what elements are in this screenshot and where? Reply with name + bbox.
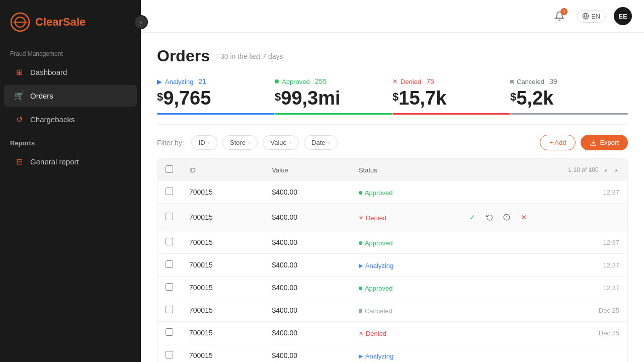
sidebar-item-dashboard[interactable]: ⊞ Dashboard	[4, 61, 137, 83]
sidebar-collapse-button[interactable]: ‹	[134, 15, 148, 29]
row-value: $400.00	[264, 254, 351, 277]
row-id: 700015	[181, 322, 264, 344]
row-checkbox-cell	[157, 181, 181, 204]
row-time: 12:37	[457, 254, 627, 277]
filter-date-button[interactable]: Date ›	[304, 135, 338, 150]
stat-analyzing: ▶ Analyzing 21 $9,765	[157, 77, 275, 114]
approved-value: $99,3mi	[275, 88, 382, 108]
dashboard-icon: ⊞	[14, 67, 24, 77]
denied-count: 75	[426, 77, 434, 85]
row-status: ✕ Denied	[351, 204, 457, 231]
language-label: EN	[591, 13, 600, 20]
denied-status-cross: ✕	[359, 215, 363, 221]
orders-icon: 🛒	[14, 91, 24, 101]
page-subtitle: 30 in the last 7 days	[216, 51, 283, 61]
row-checkbox[interactable]	[166, 188, 173, 195]
filter-value-chevron: ›	[290, 140, 291, 145]
filter-store-chevron: ›	[249, 140, 250, 145]
add-button[interactable]: + Add	[540, 135, 576, 150]
denied-value: $15,7k	[392, 88, 500, 108]
row-value: $400.00	[264, 277, 351, 299]
export-button[interactable]: Export	[581, 135, 628, 150]
row-id: 700015	[181, 204, 264, 231]
sidebar-item-orders[interactable]: 🛒 Orders	[4, 85, 137, 107]
main-content: 1 EN EE Orders 30 in the last 7 days	[141, 0, 644, 362]
row-checkbox-cell	[157, 231, 181, 254]
row-checkbox-cell	[157, 299, 181, 322]
close-action-button[interactable]: ✕	[517, 210, 531, 224]
row-checkbox[interactable]	[166, 213, 173, 220]
sidebar-item-chargebacks[interactable]: ↺ Chargebacks	[4, 109, 137, 130]
stats-row: ▶ Analyzing 21 $9,765 Approved 255 $99,3…	[157, 77, 628, 125]
retry-icon	[486, 214, 493, 221]
filter-date-chevron: ›	[329, 140, 330, 145]
user-avatar[interactable]: EE	[614, 7, 632, 25]
row-id: 700015	[181, 181, 264, 204]
status-badge-canceled: Canceled	[359, 307, 392, 315]
approved-label: Approved	[282, 78, 310, 85]
info-action-button[interactable]	[500, 210, 514, 224]
row-checkbox[interactable]	[166, 351, 173, 358]
canceled-square-icon	[510, 80, 514, 83]
row-actions-cell: ✓	[457, 204, 627, 231]
retry-action-button[interactable]	[482, 210, 497, 224]
filter-id-label: ID	[199, 139, 205, 146]
status-badge-approved: Approved	[359, 189, 393, 197]
column-value-header: Value	[264, 159, 351, 181]
notification-button[interactable]: 1	[550, 7, 569, 25]
notification-badge: 1	[560, 8, 568, 15]
row-id: 700015	[181, 299, 264, 322]
denied-label: Denied	[400, 78, 421, 85]
pagination-next-button[interactable]: ›	[613, 165, 619, 175]
row-checkbox[interactable]	[166, 238, 173, 245]
row-time: 12:37	[457, 181, 627, 204]
approved-status-dot	[359, 287, 362, 290]
sidebar-item-general-report[interactable]: ⊟ General report	[4, 151, 137, 172]
filter-id-button[interactable]: ID ›	[191, 135, 217, 150]
denied-status-cross: ✕	[359, 330, 363, 337]
analyzing-status-arrow: ▶	[359, 353, 363, 359]
row-value: $400.00	[264, 322, 351, 344]
filter-store-button[interactable]: Store ›	[222, 135, 258, 150]
page-title: Orders	[157, 47, 210, 65]
table-header-row: ID Value Status 1-10 of 100 ‹ ›	[157, 159, 627, 181]
stat-canceled: Canceled 39 $5,2k	[510, 77, 628, 114]
select-all-header	[157, 159, 181, 181]
analyzing-arrow-icon: ▶	[157, 78, 162, 85]
language-selector[interactable]: EN	[577, 10, 606, 23]
pagination-text: 1-10 of 100	[568, 166, 599, 173]
row-checkbox[interactable]	[166, 306, 173, 313]
denied-cross-icon: ✕	[392, 78, 397, 85]
row-checkbox-cell	[157, 277, 181, 299]
sidebar-item-chargebacks-label: Chargebacks	[30, 115, 74, 124]
canceled-status-square	[359, 309, 362, 313]
analyzing-count: 21	[198, 77, 206, 85]
status-badge-approved: Approved	[359, 239, 393, 247]
approved-bar	[275, 113, 392, 115]
filter-value-button[interactable]: Value ›	[263, 135, 299, 150]
add-button-label: + Add	[549, 139, 567, 146]
logo-area: ClearSale	[0, 0, 141, 42]
row-time: 12:37	[457, 277, 627, 299]
select-all-checkbox[interactable]	[166, 165, 173, 173]
analyzing-bar	[157, 113, 275, 115]
pagination-prev-button[interactable]: ‹	[603, 165, 609, 175]
row-checkbox[interactable]	[166, 283, 173, 291]
table-row: 700015 $400.00 ✕ Denied Dec 25	[157, 322, 627, 344]
canceled-label: Canceled	[517, 78, 544, 85]
row-checkbox[interactable]	[166, 328, 173, 336]
filter-value-label: Value	[270, 139, 286, 146]
sidebar: ClearSale ‹ Fraud Management ⊞ Dashboard…	[0, 0, 141, 362]
approve-action-button[interactable]: ✓	[465, 210, 479, 224]
row-action-buttons: ✓	[465, 210, 619, 224]
row-value: $400.00	[264, 231, 351, 254]
row-checkbox[interactable]	[166, 260, 173, 268]
fraud-management-label: Fraud Management	[0, 42, 141, 60]
row-value: $400.00	[264, 181, 351, 204]
row-checkbox-cell	[157, 344, 181, 363]
page-header: Orders 30 in the last 7 days	[157, 47, 628, 65]
table-row: 700015 $400.00 Approved 12:37	[157, 231, 627, 254]
table-row: 700015 $400.00 ▶ Analyzing 12:37	[157, 254, 627, 277]
approved-status-dot	[359, 191, 362, 195]
row-value: $400.00	[264, 204, 351, 231]
